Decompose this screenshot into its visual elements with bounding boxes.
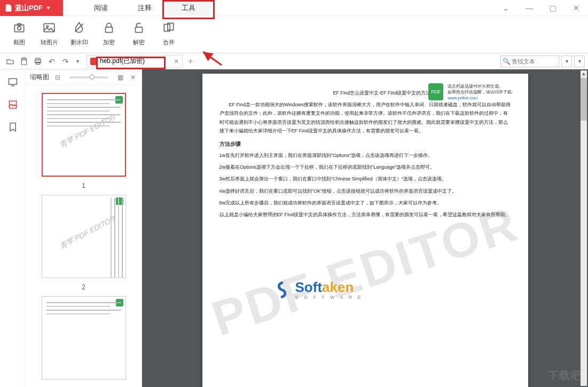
scrollbar-handle[interactable] xyxy=(581,78,587,121)
thumbnail-page-1[interactable]: 青苹 PDF EDITOR xyxy=(42,93,126,177)
svg-rect-14 xyxy=(36,62,40,64)
redo-icon[interactable]: ↷ xyxy=(59,54,73,68)
doc-step: 2w接着在Options选项下方会出现一个下拉框，我们在下拉框的底部找到"Lan… xyxy=(219,163,511,171)
unlock-icon xyxy=(130,19,147,36)
new-tab-button[interactable]: + xyxy=(185,57,196,66)
page-header-text: 该文档是迅捷PDF大师生成。 如果想去掉该提醒，请访问并下载: www.pdfx… xyxy=(448,83,513,101)
quickbar-dropdown-icon[interactable]: ▾ xyxy=(73,54,82,68)
scroll-up-icon[interactable]: ▲ xyxy=(581,70,587,77)
ribbon-screenshot-button[interactable]: 截图 xyxy=(7,19,31,51)
image-icon xyxy=(41,19,58,36)
ribbon-label: 合并 xyxy=(163,38,175,46)
ribbon-label: 加密 xyxy=(103,38,115,46)
file-tab[interactable]: heb.pdf(已加密) ✕ xyxy=(87,55,183,68)
svg-rect-8 xyxy=(136,27,143,33)
svg-point-2 xyxy=(18,27,21,30)
menu-tab-tools[interactable]: 工具 xyxy=(167,0,210,16)
window-maximize-icon[interactable]: ▢ xyxy=(541,0,565,16)
doc-intro: EF Find是一款功能强大的Windows搜索软件，该软件界面清晰大方，用户在… xyxy=(219,100,511,135)
ribbon-removewm-button[interactable]: 删水印 xyxy=(67,19,91,51)
pdf-badge-icon: PDF xyxy=(428,83,443,100)
droplet-icon xyxy=(70,19,88,36)
menu-tab-read[interactable]: 阅读 xyxy=(79,0,123,16)
thumbnail-panel-title: 缩略图 xyxy=(30,73,49,82)
vertical-scrollbar[interactable]: ▲ xyxy=(581,70,587,386)
ribbon-toimage-button[interactable]: 转图片 xyxy=(37,19,61,51)
app-dropdown-icon: ▾ xyxy=(47,5,50,11)
ribbon-label: 转图片 xyxy=(41,38,58,46)
ribbon-decrypt-button[interactable]: 解密 xyxy=(127,19,151,51)
window-dropdown-icon[interactable]: ⌄ xyxy=(494,0,518,16)
svg-rect-11 xyxy=(22,58,25,60)
search-menu-dropdown[interactable]: ▾ xyxy=(574,56,585,67)
open-file-icon[interactable] xyxy=(3,54,17,68)
left-icon-rail xyxy=(0,69,26,387)
thumbnail-panel: 缩略图 ⊟ ▦ ✕ 青苹 PDF EDITOR 1 青苹 PDF EDITOR … xyxy=(26,69,142,387)
svg-rect-7 xyxy=(106,27,113,33)
tab-close-icon[interactable]: ✕ xyxy=(174,58,179,65)
softaken-logo: Softaken S O F T W A R E xyxy=(272,279,363,300)
undo-icon[interactable]: ↶ xyxy=(45,54,59,68)
menu-tab-annotate[interactable]: 注释 xyxy=(123,0,167,16)
doc-heading: 方法步骤 xyxy=(219,140,511,148)
file-tab-label: heb.pdf(已加密) xyxy=(100,57,145,66)
view-mode-icon[interactable] xyxy=(6,76,19,89)
document-viewer[interactable]: PDF 该文档是迅捷PDF大师生成。 如果想去掉该提醒，请访问并下载: www.… xyxy=(142,69,588,387)
screenshot-icon xyxy=(11,19,28,36)
pdf-page: PDF 该文档是迅捷PDF大师生成。 如果想去掉该提醒，请访问并下载: www.… xyxy=(202,74,528,387)
thumbnail-number: 2 xyxy=(82,283,85,291)
pdf-file-icon xyxy=(90,58,98,65)
window-minimize-icon[interactable]: — xyxy=(518,0,541,16)
search-icon: 🔍 xyxy=(503,58,511,65)
app-logo[interactable]: 蓝山PDF ▾ xyxy=(0,0,63,16)
ribbon-merge-button[interactable]: 合并 xyxy=(157,19,181,51)
search-options-dropdown[interactable]: ▾ xyxy=(561,56,572,67)
ribbon-label: 解密 xyxy=(133,38,145,46)
doc-step: 4w选择好语言后，我们在窗口底部可以找到"OK"按钮，点击该按钮就可以成功将软件… xyxy=(219,187,511,195)
svg-rect-15 xyxy=(9,78,17,84)
svg-rect-17 xyxy=(9,101,16,108)
merge-icon xyxy=(160,19,177,36)
ribbon-encrypt-button[interactable]: 加密 xyxy=(97,19,121,51)
save-icon[interactable] xyxy=(17,54,31,68)
thumbnail-close-icon[interactable]: ✕ xyxy=(129,73,137,82)
doc-step: 1w首先打开软件进入到主界面，我们在界面顶部找到"Options"选项，点击该选… xyxy=(219,151,511,160)
thumbnail-panel-icon[interactable] xyxy=(6,98,19,111)
doc-step: 5w完成以上所有步骤后，我们就成功将软件的界面语言设置成中文了，如下图所示，大家… xyxy=(219,199,511,207)
print-icon[interactable] xyxy=(31,54,45,68)
bookmark-panel-icon[interactable] xyxy=(6,121,19,133)
doc-step: 3w然后界面上就会弹出一个窗口，我们在窗口中找到"Chinese Simplif… xyxy=(219,175,511,183)
site-watermark: 下载吧 xyxy=(548,368,582,383)
lock-icon xyxy=(100,19,117,36)
window-close-icon[interactable]: ✕ xyxy=(565,0,588,16)
ribbon-label: 删水印 xyxy=(70,38,88,46)
thumbnail-number: 1 xyxy=(82,182,85,189)
thumbnail-page-2[interactable]: 青苹 PDF EDITOR xyxy=(42,195,126,278)
ribbon-toolbar: 截图 转图片 删水印 加密 解密 合并 xyxy=(0,16,588,53)
ribbon-label: 截图 xyxy=(13,38,25,46)
zoom-out-icon[interactable]: ⊟ xyxy=(53,73,62,82)
thumbnail-zoom-slider[interactable] xyxy=(69,76,108,78)
zoom-preview-icon[interactable]: ▦ xyxy=(116,73,124,82)
thumbnail-page-3[interactable] xyxy=(42,296,126,380)
app-name: 蓝山PDF xyxy=(15,3,43,13)
